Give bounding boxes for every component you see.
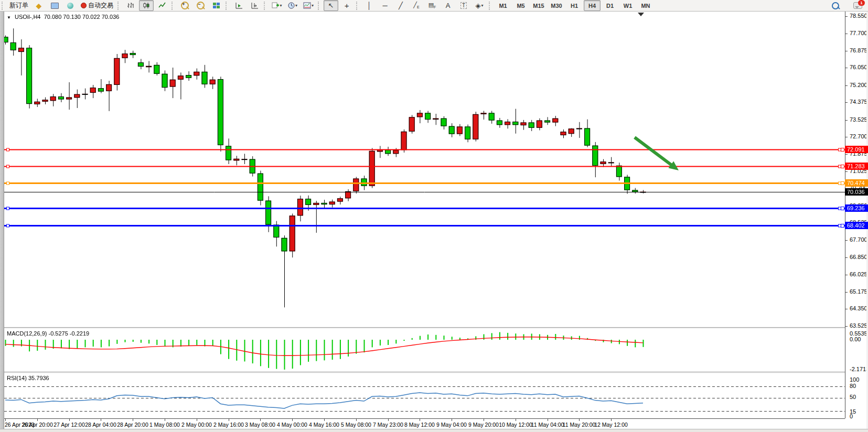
timeframe-h4-button[interactable]: H4 xyxy=(584,0,601,11)
price-tick xyxy=(845,240,848,241)
cursor-button[interactable]: ↖ xyxy=(324,0,338,11)
price-tick xyxy=(845,275,848,275)
time-tick xyxy=(579,419,580,421)
equidistant-channel-button[interactable]: ╱E xyxy=(409,0,424,11)
time-tick xyxy=(229,419,229,421)
time-tick-label: 27 Apr 12:00 xyxy=(53,422,85,428)
time-tick xyxy=(388,419,389,421)
trendline-button[interactable]: ╱ xyxy=(393,0,408,11)
time-tick-label: 2 May 16:00 xyxy=(213,422,244,428)
macd-axis-label: 0.00 xyxy=(850,336,861,342)
toolbar-grip[interactable] xyxy=(2,2,5,10)
tile-windows-icon xyxy=(213,3,220,8)
rsi-panel-canvas[interactable] xyxy=(4,373,845,418)
horizontal-line-button[interactable]: ─ xyxy=(378,0,392,11)
line-handle[interactable] xyxy=(841,207,844,210)
time-tick-label: 7 May 23:00 xyxy=(373,422,403,428)
chevron-down-icon: ▾ xyxy=(295,3,297,8)
notification-badge: 1 xyxy=(858,0,865,6)
globe-icon xyxy=(67,3,73,9)
one-click-trading-arrow-icon[interactable]: ▼ xyxy=(7,15,11,20)
timeframe-m1-button[interactable]: M1 xyxy=(495,0,511,11)
notifications-button[interactable]: 1 xyxy=(844,0,864,11)
hline-price-label: 68.402 xyxy=(845,222,868,229)
time-axis[interactable]: 26 Apr 202326 Apr 20:0027 Apr 12:0028 Ap… xyxy=(4,418,845,429)
line-chart-button[interactable] xyxy=(155,0,169,11)
text-icon: A xyxy=(446,2,451,9)
text-label-icon: T xyxy=(460,2,467,9)
crosshair-button[interactable]: + xyxy=(339,0,354,11)
time-tick xyxy=(611,419,612,421)
timeframe-h1-button[interactable]: H1 xyxy=(566,0,583,11)
line-handle[interactable] xyxy=(841,224,844,228)
fibonacci-button[interactable]: ▤F xyxy=(425,0,440,11)
chart-title: ▼ USOil-,H4 70.080 70.130 70.022 70.036 xyxy=(7,14,119,20)
time-tick-label: 3 May 08:00 xyxy=(245,422,275,428)
time-tick xyxy=(548,419,548,421)
timeframe-d1-button[interactable]: D1 xyxy=(602,0,618,11)
price-tick-label: 67.700 xyxy=(850,236,867,243)
mt4-window: 新订单 ◆ 自动交易 + − xyxy=(0,0,868,432)
new-order-label: 新订单 xyxy=(9,1,28,10)
new-chart-button[interactable]: ▾ xyxy=(270,0,284,11)
zoom-in-button[interactable]: + xyxy=(177,0,192,11)
candlestick-chart-button[interactable] xyxy=(139,0,154,11)
periods-button[interactable]: ▾ xyxy=(285,0,300,11)
vertical-line-button[interactable]: │ xyxy=(362,0,377,11)
arrows-button[interactable]: ◈ ▾ xyxy=(472,0,487,11)
crosshair-icon: + xyxy=(345,1,349,10)
line-handle[interactable] xyxy=(841,165,844,168)
toolbar-grip[interactable] xyxy=(172,2,175,10)
templates-button[interactable]: ▾ xyxy=(301,0,316,11)
toolbar-grip[interactable] xyxy=(117,2,121,10)
timeframe-m30-button[interactable]: M30 xyxy=(548,0,565,11)
time-tick-label: 1 May 08:00 xyxy=(149,422,180,428)
toolbar-grip[interactable] xyxy=(318,2,322,10)
time-tick-label: 28 Apr 04:00 xyxy=(85,422,116,428)
market-watch-button[interactable] xyxy=(47,0,62,11)
main-chart-canvas[interactable] xyxy=(4,12,845,327)
tile-windows-button[interactable] xyxy=(209,0,223,11)
time-tick xyxy=(5,419,6,421)
price-tick xyxy=(845,154,848,155)
price-tick-label: 64.350 xyxy=(850,305,867,311)
rsi-label: RSI(14) 35.7936 xyxy=(7,375,49,381)
search-button[interactable] xyxy=(828,0,843,11)
timeframe-m5-button[interactable]: M5 xyxy=(512,0,529,11)
chat-bubble-icon: 1 xyxy=(853,2,862,9)
timeframe-w1-button[interactable]: W1 xyxy=(619,0,636,11)
toolbar-grip[interactable] xyxy=(489,2,492,10)
macd-axis-label: -2.1713 xyxy=(850,366,868,372)
chart-shift-button[interactable] xyxy=(247,0,262,11)
arrange-charts-button[interactable] xyxy=(231,0,246,11)
navigator-button[interactable] xyxy=(63,0,78,11)
toolbar-grip[interactable] xyxy=(264,2,267,10)
zoom-out-icon: − xyxy=(197,2,205,9)
price-tick-label: 66.850 xyxy=(850,254,867,260)
search-icon xyxy=(832,2,839,9)
time-tick-label: 10 May 12:00 xyxy=(499,422,532,428)
toolbar-grip[interactable] xyxy=(226,2,229,10)
price-axis[interactable]: 78.55077.70076.87576.05075.20074.37573.5… xyxy=(845,12,868,418)
line-handle[interactable] xyxy=(841,181,844,185)
new-order-button[interactable]: 新订单 xyxy=(7,0,30,11)
macd-panel-canvas[interactable] xyxy=(4,329,845,372)
timeframe-mn-button[interactable]: MN xyxy=(637,0,654,11)
text-button[interactable]: A xyxy=(441,0,455,11)
timeframe-group: M1M5M15M30H1H4D1W1MN xyxy=(494,0,655,11)
time-tick-label: 5 May 08:00 xyxy=(341,422,371,428)
toolbar-grip[interactable] xyxy=(356,2,360,10)
auto-trading-button[interactable]: 自动交易 xyxy=(79,0,115,11)
metaeditor-button[interactable]: ◆ xyxy=(31,0,46,11)
zoom-in-icon: + xyxy=(181,2,189,9)
time-tick-label: 9 May 20:00 xyxy=(468,422,499,428)
line-handle[interactable] xyxy=(841,148,844,152)
price-tick xyxy=(845,51,848,51)
hline-price-label: 70.474 xyxy=(845,179,868,187)
time-tick xyxy=(420,419,420,421)
timeframe-m15-button[interactable]: M15 xyxy=(530,0,547,11)
bar-chart-button[interactable] xyxy=(123,0,138,11)
text-label-button[interactable]: T xyxy=(456,0,471,11)
zoom-out-button[interactable]: − xyxy=(193,0,208,11)
window-left-border xyxy=(0,12,4,432)
